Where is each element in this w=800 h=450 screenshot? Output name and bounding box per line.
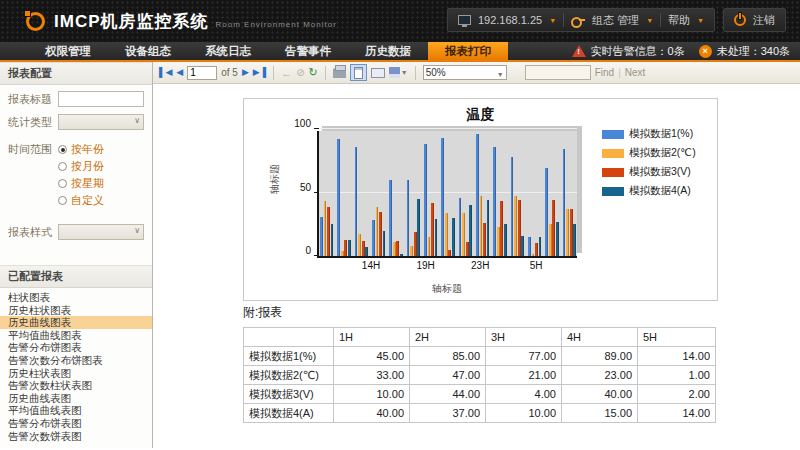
bar-series4-group14 [556, 222, 559, 256]
bar-series1-group4 [372, 220, 375, 256]
divider [563, 13, 564, 27]
nav-tab-5[interactable]: 历史数据 [348, 42, 428, 60]
bar-series4-group9 [469, 205, 472, 256]
report-list-item[interactable]: 平均值曲线图表 [0, 329, 152, 342]
radio-icon[interactable] [58, 196, 67, 205]
bar-series2-group4 [376, 207, 379, 257]
x-tick-label-5H: 5H [530, 260, 543, 271]
nav-tab-2[interactable]: 设备组态 [108, 42, 188, 60]
value-cell: 45.00 [334, 347, 410, 366]
nav-tab-6[interactable]: 报表打印 [428, 42, 508, 60]
bar-series2-group3 [358, 234, 361, 256]
radio-icon[interactable] [58, 162, 67, 171]
chevron-down-icon[interactable]: ▼ [697, 17, 704, 24]
help-menu[interactable]: 帮助 [668, 13, 690, 28]
legend-swatch [602, 168, 624, 177]
bar-series4-group11 [504, 224, 507, 256]
app-title: IMCP机房监控系统 [54, 10, 209, 33]
stop-button[interactable]: ⊘ [296, 67, 304, 78]
bar-series2-group13 [532, 254, 535, 257]
bar-series3-group2 [344, 240, 347, 257]
report-list-item[interactable]: 历史柱状图表 [0, 304, 152, 317]
print-button[interactable] [333, 68, 346, 78]
legend-swatch [602, 187, 624, 196]
value-cell: 85.00 [410, 347, 486, 366]
stat-type-select[interactable] [58, 114, 144, 130]
bar-series3-group5 [396, 241, 399, 256]
chevron-down-icon[interactable]: ▼ [549, 17, 556, 24]
page-setup-button[interactable] [371, 68, 385, 78]
nav-tab-3[interactable]: 系统日志 [188, 42, 268, 60]
report-viewer-toolbar: ▌◀ ◀ of 5 ▶ ▶▐ ← ⊘ ↻ ▼ 50% [153, 62, 800, 84]
value-cell: 1.00 [638, 366, 716, 385]
header-toolbar: 192.168.1.25 ▼ 组态 管理 ▼ 帮助 ▼ 注销 [447, 8, 786, 32]
bar-series1-group9 [459, 198, 462, 256]
gridline-y100 [319, 128, 577, 129]
report-list-item[interactable]: 历史曲线表图 [0, 392, 152, 405]
time-range-option-2[interactable]: 按月份 [58, 159, 104, 174]
table-column-header: 2H [410, 328, 486, 347]
y-tick-label-0: 0 [305, 245, 311, 256]
last-page-button[interactable]: ▶▐ [253, 68, 266, 77]
time-range-option-3[interactable]: 按星期 [58, 176, 104, 191]
report-list-item[interactable]: 告警次数饼表图 [0, 430, 152, 443]
config-manage-menu[interactable]: 组态 管理 [592, 13, 639, 28]
bar-series1-group10 [476, 134, 479, 256]
legend-swatch [602, 149, 624, 158]
export-dropdown-icon[interactable]: ▼ [401, 69, 408, 76]
x-tick-label-23H: 23H [471, 260, 489, 271]
value-cell: 2.00 [638, 385, 716, 404]
logout-button[interactable]: 注销 [723, 8, 786, 32]
report-list-item[interactable]: 历史曲线图表 [0, 316, 152, 329]
power-icon [734, 14, 746, 26]
report-title-input[interactable] [58, 91, 144, 107]
refresh-button[interactable]: ↻ [309, 66, 318, 79]
bar-series2-group14 [549, 224, 552, 256]
radio-icon[interactable] [58, 179, 67, 188]
find-input[interactable] [525, 65, 591, 80]
report-style-select[interactable] [58, 224, 144, 240]
zoom-select[interactable]: 50% [423, 65, 507, 80]
radio-selected-icon[interactable] [58, 145, 67, 154]
chevron-down-icon[interactable]: ▼ [646, 17, 653, 24]
next-page-button[interactable]: ▶ [242, 68, 249, 77]
value-cell: 40.00 [562, 385, 638, 404]
nav-tab-4[interactable]: 告警事件 [268, 42, 348, 60]
legend-item-2: 模拟数据2(℃) [602, 146, 696, 160]
report-list-item[interactable]: 柱状图表 [0, 291, 152, 304]
report-list-item[interactable]: 告警次数分布饼图表 [0, 354, 152, 367]
bar-series1-group11 [493, 147, 496, 256]
first-page-button[interactable]: ▌◀ [159, 68, 172, 77]
ip-address-menu[interactable]: 192.168.1.25 [478, 14, 542, 26]
value-cell: 10.00 [486, 404, 562, 423]
row-name-cell: 模拟数据3(V) [244, 385, 334, 404]
report-config-header: 报表配置 [0, 62, 152, 85]
y-tick-mark [314, 255, 319, 256]
bar-series1-group12 [511, 157, 514, 256]
report-list-item[interactable]: 平均值曲线表图 [0, 404, 152, 417]
time-range-option-1[interactable]: 按年份 [58, 142, 104, 157]
time-range-option-4[interactable]: 自定义 [58, 193, 104, 208]
print-layout-toggle[interactable] [350, 64, 367, 81]
page-number-input[interactable] [187, 66, 217, 80]
bar-series4-group15 [573, 224, 576, 256]
y-tick-mark [314, 192, 319, 193]
report-list-item[interactable]: 告警分布饼表图 [0, 417, 152, 430]
legend-label: 模拟数据2(℃) [629, 146, 696, 160]
divider [660, 13, 661, 27]
divider [415, 66, 416, 80]
report-list-item[interactable]: 历史柱状表图 [0, 367, 152, 380]
bar-series2-group1 [324, 201, 327, 256]
report-list-item[interactable]: 告警分布饼图表 [0, 341, 152, 354]
prev-page-button[interactable]: ◀ [176, 68, 183, 77]
find-button[interactable]: Find [595, 67, 614, 78]
back-button[interactable]: ← [281, 67, 292, 79]
find-next-button[interactable]: Next [625, 67, 646, 78]
export-button[interactable] [389, 67, 400, 78]
report-list-item[interactable]: 告警次数柱状表图 [0, 379, 152, 392]
monitor-icon [458, 15, 471, 25]
bar-series3-group14 [552, 200, 555, 256]
table-column-header: 4H [562, 328, 638, 347]
unhandled-alarm-status[interactable]: × 未处理：340条 [699, 44, 790, 59]
nav-tab-1[interactable]: 权限管理 [28, 42, 108, 60]
